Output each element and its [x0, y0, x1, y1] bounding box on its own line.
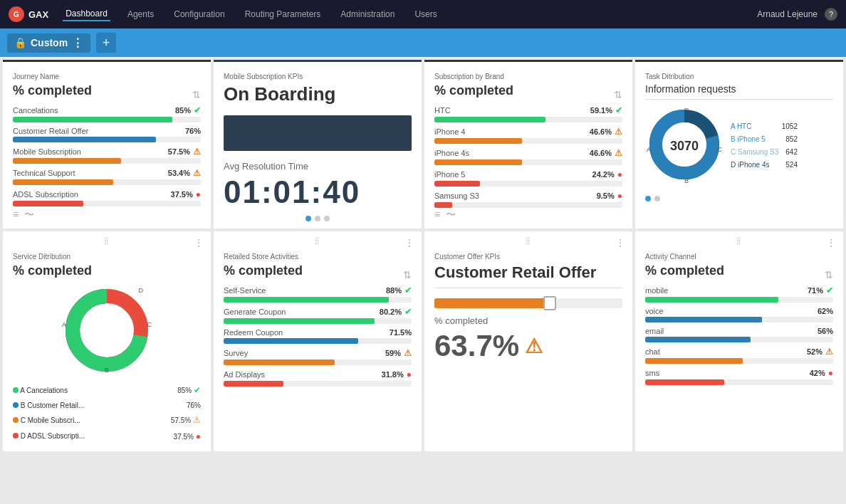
nav-item-users[interactable]: Users — [412, 8, 439, 21]
nav-item-dashboard[interactable]: Dashboard — [63, 7, 110, 21]
svg-point-9 — [80, 304, 133, 357]
bar-row-self-service: Self-Service88% ✔ — [224, 285, 412, 303]
mobile-section-label: Mobile Subscription KPIs — [224, 73, 412, 80]
filter-icon[interactable]: ≡ — [13, 209, 19, 221]
bottom-dashboard: ⣿ ⋮ Service Ditribution % completed D A … — [0, 231, 846, 454]
bar-row-chat: chat52% ⚠ — [645, 347, 833, 364]
customer-offer-widget: ⣿ ⋮ Customer Offer KPIs Customer Retail … — [424, 231, 632, 451]
top-dashboard: Journey Name % completed ⇅ Cancelations8… — [0, 57, 846, 231]
customer-value: 63.7% ⚠ — [434, 329, 622, 363]
add-button[interactable]: + — [96, 33, 116, 53]
nav-item-administration[interactable]: Administration — [338, 8, 397, 21]
nav-item-agents[interactable]: Agents — [125, 8, 157, 21]
bar-row-redeem-coupon: Redeem Coupon71.5% — [224, 328, 412, 344]
bar-row-cancelations: Cancelations85% ✔ — [13, 105, 201, 122]
widget-actions: ≡ 〜 — [13, 209, 34, 221]
service-legend: A Cancelations 85% ✔ B Customer Retail..… — [13, 382, 201, 444]
widget-header-bar4 — [635, 60, 843, 62]
retail-section-label: Retailed Store Activities — [224, 253, 412, 261]
customer-sub-label: % completed — [434, 315, 622, 326]
activity-bars: mobile71% ✔ voice62% email56% chat52% ⚠ … — [645, 285, 833, 385]
lock-icon: 🔒 — [14, 37, 26, 48]
drag-handle-8[interactable]: ⣿ — [736, 237, 742, 244]
task-page-dots — [645, 196, 833, 201]
retail-sort-icon[interactable]: ⇅ — [403, 269, 412, 280]
widget-header-bar2 — [214, 60, 422, 62]
page-dot-3[interactable] — [324, 216, 330, 221]
more-dots-8[interactable]: ⋮ — [826, 237, 836, 248]
nav-logo-text: GAX — [28, 9, 48, 20]
more-dots-6[interactable]: ⋮ — [404, 237, 414, 248]
bar-row-mobile-sub: Mobile Subscription57.5% ⚠ — [13, 147, 201, 164]
bar-row-survey: Survey59% ⚠ — [224, 348, 412, 365]
nav-item-configuration[interactable]: Configuration — [171, 8, 227, 21]
task-section-label: Task Ditribution — [645, 73, 833, 80]
journey-sort-icon[interactable]: ⇅ — [192, 89, 201, 100]
journey-section-label: Journey Name — [13, 73, 201, 80]
donut-chart: 3070 D C B A — [645, 105, 724, 186]
logo-icon: G — [9, 6, 24, 22]
help-icon[interactable]: ? — [825, 8, 837, 21]
subscription-brand-widget: Subscription by Brand % completed ⇅ HTC5… — [424, 60, 632, 229]
bar-row-iphone4: iPhone 446.6% ⚠ — [434, 127, 622, 144]
bar-row-adsl: ADSL Subscription37.5% ● — [13, 189, 201, 206]
brand-filter-icon[interactable]: ≡ — [434, 209, 440, 221]
activity-channel-widget: ⣿ ⋮ Activity Channel % completed ⇅ mobil… — [635, 231, 843, 451]
retail-store-widget: ⣿ ⋮ Retailed Store Activities % complete… — [214, 231, 422, 451]
nav-item-routing[interactable]: Routing Parameters — [242, 8, 324, 21]
customer-offer-title: Customer Retail Offer — [434, 263, 622, 288]
mobile-title: On Boarding — [224, 83, 412, 105]
bar-row-iphone5: iPhone 524.2% ● — [434, 169, 622, 187]
customer-section-label: Customer Offer KPIs — [434, 253, 622, 261]
journey-bars: Cancelations85% ✔ Customer Retail Offer7… — [13, 105, 201, 206]
drag-handle-5[interactable]: ⣿ — [104, 237, 110, 244]
drag-handle-6[interactable]: ⣿ — [315, 237, 320, 244]
customer-slider[interactable] — [434, 298, 622, 308]
donut-center: 3070 — [670, 138, 699, 153]
task-distribution-widget: Task Ditribution Information requests — [635, 60, 843, 229]
avg-value: 01:01:40 — [224, 174, 412, 210]
page-dots — [224, 216, 412, 221]
bar-row-ad-displays: Ad Displays31.8% ● — [224, 369, 412, 387]
bar-row-gen-coupon: Generate Coupon80.2% ✔ — [224, 307, 412, 324]
retail-bars: Self-Service88% ✔ Generate Coupon80.2% ✔… — [224, 285, 412, 387]
drag-handle-7[interactable]: ⣿ — [526, 237, 531, 244]
bar-row-retail-offer: Customer Retail Offer76% — [13, 127, 201, 142]
avg-label: Avg Resolution Time — [224, 161, 412, 172]
service-distribution-widget: ⣿ ⋮ Service Ditribution % completed D A … — [3, 231, 211, 451]
slider-thumb[interactable] — [543, 296, 556, 310]
brand-chart-icon[interactable]: 〜 — [446, 209, 456, 221]
slider-fill — [434, 298, 547, 308]
bar-row-mobile: mobile71% ✔ — [645, 285, 833, 303]
mobile-subscription-widget: Mobile Subscription KPIs On Boarding Avg… — [214, 60, 422, 229]
service-donut: D A C B — [61, 284, 153, 377]
bar-row-samsung-s3: Samsung S39.5% ● — [434, 191, 622, 208]
widget-header-bar3 — [424, 60, 632, 62]
toolbar-title-box: 🔒 Custom ⋮ — [7, 33, 90, 53]
activity-title: % completed — [645, 263, 724, 278]
toolbar-menu-icon[interactable]: ⋮ — [72, 36, 83, 50]
page-dot-1[interactable] — [306, 216, 311, 221]
more-dots-7[interactable]: ⋮ — [615, 237, 625, 248]
journey-title: % completed — [13, 83, 92, 98]
task-legend: A HTC1052 B iPhone 5852 C Samsung S3642 … — [731, 120, 798, 172]
bar-row-sms: sms42% ● — [645, 368, 833, 385]
bar-row-email: email56% — [645, 327, 833, 342]
brand-widget-actions: ≡ 〜 — [434, 209, 456, 221]
brand-sort-icon[interactable]: ⇅ — [614, 89, 622, 100]
retail-title: % completed — [224, 263, 303, 278]
journey-name-widget: Journey Name % completed ⇅ Cancelations8… — [3, 60, 211, 229]
task-dot-1[interactable] — [645, 196, 651, 201]
bar-row-iphone4s: iPhone 4s46.6% ⚠ — [434, 148, 622, 165]
bar-row-tech-support: Technical Support53.4% ⚠ — [13, 168, 201, 185]
task-dot-2[interactable] — [654, 196, 660, 201]
activity-section-label: Activity Channel — [645, 253, 833, 261]
chart-icon[interactable]: 〜 — [24, 209, 34, 221]
nav-user: Arnaud Lejeune — [757, 9, 818, 19]
navbar: G GAX Dashboard Agents Configuration Rou… — [0, 0, 846, 28]
page-dot-2[interactable] — [315, 216, 320, 221]
more-dots-5[interactable]: ⋮ — [194, 237, 204, 248]
activity-sort-icon[interactable]: ⇅ — [825, 269, 833, 280]
service-title: % completed — [13, 263, 201, 278]
warn-triangle-icon: ⚠ — [525, 335, 543, 358]
